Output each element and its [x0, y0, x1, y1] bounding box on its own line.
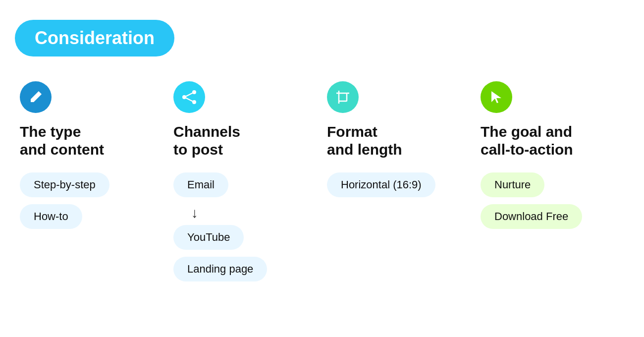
main-columns: The type and content Step-by-step How-to…	[15, 81, 629, 288]
cursor-icon	[481, 81, 512, 113]
pill-how-to: How-to	[20, 204, 82, 229]
pill-nurture: Nurture	[481, 172, 544, 197]
share-icon	[173, 81, 205, 113]
consideration-badge: Consideration	[15, 20, 174, 56]
column-type-content: The type and content Step-by-step How-to	[15, 81, 168, 236]
column-format: Format and length Horizontal (16:9)	[322, 81, 476, 204]
col4-heading: The goal and call-to-action	[481, 123, 573, 159]
col3-pills: Horizontal (16:9)	[327, 172, 435, 204]
col1-heading: The type and content	[20, 123, 104, 159]
col3-heading: Format and length	[327, 123, 402, 159]
svg-line-4	[184, 97, 194, 102]
pill-download-free: Download Free	[481, 204, 582, 229]
svg-rect-5	[339, 93, 347, 101]
pill-landing-page: Landing page	[173, 257, 267, 281]
col2-pills: Email ↓ YouTube Landing page	[173, 172, 267, 288]
pill-horizontal: Horizontal (16:9)	[327, 172, 435, 197]
column-channels: Channels to post Email ↓ YouTube Landing…	[168, 81, 322, 288]
arrow-down-icon: ↓	[191, 206, 198, 220]
col1-pills: Step-by-step How-to	[20, 172, 109, 236]
col2-heading: Channels to post	[173, 123, 240, 159]
svg-marker-10	[491, 91, 501, 103]
svg-line-3	[184, 92, 194, 97]
pill-step-by-step: Step-by-step	[20, 172, 109, 197]
pill-youtube: YouTube	[173, 225, 244, 250]
col4-pills: Nurture Download Free	[481, 172, 582, 236]
crop-icon	[327, 81, 359, 113]
column-goal: The goal and call-to-action Nurture Down…	[476, 81, 629, 236]
pill-email: Email	[173, 172, 228, 197]
pencil-icon	[20, 81, 52, 113]
